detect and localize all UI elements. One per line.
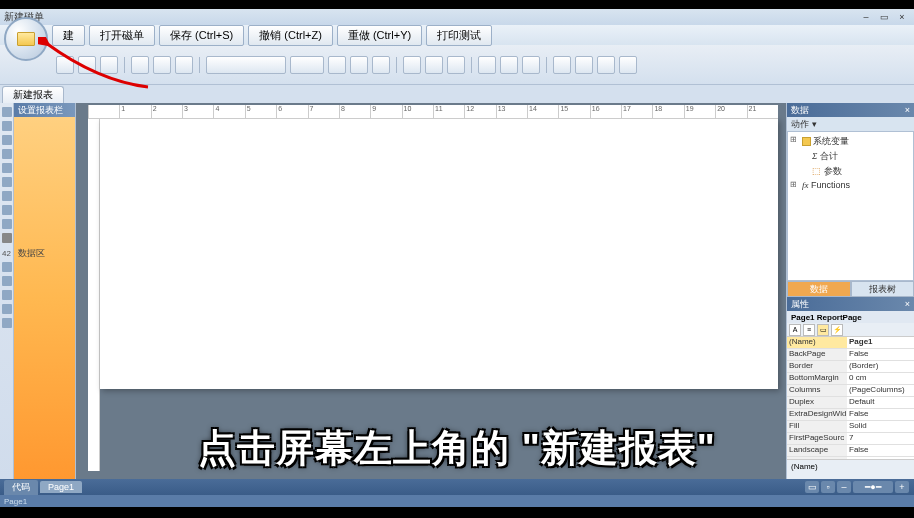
tool-icon[interactable] bbox=[78, 56, 96, 74]
fill-icon[interactable] bbox=[500, 56, 518, 74]
line-icon[interactable] bbox=[2, 149, 12, 159]
sort-cat-icon[interactable]: ≡ bbox=[803, 324, 815, 336]
image-icon[interactable] bbox=[2, 135, 12, 145]
config-panel: 设置报表栏 数据区 bbox=[14, 103, 76, 479]
zoom-out-icon[interactable]: – bbox=[837, 481, 851, 493]
ruler-horizontal: 123456789101112131415161718192021 bbox=[88, 105, 778, 119]
tab-reporttree[interactable]: 报表树 bbox=[851, 281, 915, 297]
prop-row[interactable]: ExtraDesignWidFalse bbox=[787, 409, 914, 421]
tool-icon[interactable] bbox=[597, 56, 615, 74]
align-left-icon[interactable] bbox=[403, 56, 421, 74]
footer-info: Page1 bbox=[0, 495, 914, 507]
tool-icon[interactable] bbox=[56, 56, 74, 74]
folder-icon bbox=[17, 32, 35, 46]
config-panel-header: 设置报表栏 bbox=[14, 103, 75, 117]
bold-icon[interactable] bbox=[328, 56, 346, 74]
underline-icon[interactable] bbox=[372, 56, 390, 74]
tool-icon[interactable] bbox=[2, 233, 12, 243]
tab-page1[interactable]: Page1 bbox=[40, 481, 82, 493]
text-icon[interactable] bbox=[2, 121, 12, 131]
tree-item-totals[interactable]: Σ 合计 bbox=[790, 149, 911, 164]
italic-icon[interactable] bbox=[350, 56, 368, 74]
prop-row[interactable]: BottomMargin0 cm bbox=[787, 373, 914, 385]
props-panel-title: 属性 bbox=[791, 298, 809, 311]
tab-code[interactable]: 代码 bbox=[4, 480, 38, 495]
print-button[interactable]: 打印测试 bbox=[426, 25, 492, 46]
props-grid: (Name)Page1BackPageFalseBorder(Border)Bo… bbox=[787, 337, 914, 459]
table-icon[interactable] bbox=[2, 191, 12, 201]
zoom-fit-icon[interactable]: ▭ bbox=[805, 481, 819, 493]
props-events-icon[interactable]: ⚡ bbox=[831, 324, 843, 336]
config-panel-body[interactable]: 数据区 bbox=[14, 117, 75, 479]
undo-button[interactable]: 撤销 (Ctrl+Z) bbox=[248, 25, 333, 46]
font-select[interactable] bbox=[206, 56, 286, 74]
report-page[interactable] bbox=[100, 119, 778, 389]
tool-icon[interactable] bbox=[2, 262, 12, 272]
align-right-icon[interactable] bbox=[447, 56, 465, 74]
tool-icon[interactable] bbox=[2, 318, 12, 328]
rail-label: 42 bbox=[2, 249, 11, 258]
fontsize-select[interactable] bbox=[290, 56, 324, 74]
action-dropdown[interactable]: 动作 ▾ bbox=[791, 118, 817, 131]
pointer-icon[interactable] bbox=[2, 107, 12, 117]
props-pages-icon[interactable]: ▭ bbox=[817, 324, 829, 336]
tool-icon[interactable] bbox=[153, 56, 171, 74]
tree-item-params[interactable]: ⬚ 参数 bbox=[790, 164, 911, 179]
new-button[interactable]: 建 bbox=[52, 25, 85, 46]
tool-icon[interactable] bbox=[100, 56, 118, 74]
align-center-icon[interactable] bbox=[425, 56, 443, 74]
param-icon: ⬚ bbox=[812, 166, 821, 176]
app-menu-button[interactable] bbox=[4, 17, 48, 61]
tool-icon[interactable] bbox=[575, 56, 593, 74]
close-button[interactable]: × bbox=[894, 10, 910, 24]
color-icon[interactable] bbox=[522, 56, 540, 74]
prop-row[interactable]: FillSolid bbox=[787, 421, 914, 433]
zoom-in-icon[interactable]: + bbox=[895, 481, 909, 493]
zoom-100-icon[interactable]: ▫ bbox=[821, 481, 835, 493]
tool-icon[interactable] bbox=[553, 56, 571, 74]
maximize-button[interactable]: ▭ bbox=[876, 10, 892, 24]
tool-icon[interactable] bbox=[175, 56, 193, 74]
data-panel: 数据 × 动作 ▾ 系统变量 Σ 合计 ⬚ 参数 fx Functions bbox=[787, 103, 914, 281]
close-icon[interactable]: × bbox=[905, 299, 910, 309]
tool-rail: 42 bbox=[0, 103, 14, 479]
save-button[interactable]: 保存 (Ctrl+S) bbox=[159, 25, 244, 46]
barcode-icon[interactable] bbox=[2, 177, 12, 187]
right-panels: 数据 × 动作 ▾ 系统变量 Σ 合计 ⬚ 参数 fx Functions 数据… bbox=[786, 103, 914, 479]
tool-icon[interactable] bbox=[2, 304, 12, 314]
tool-icon[interactable] bbox=[2, 276, 12, 286]
right-tabs: 数据 报表树 bbox=[787, 281, 914, 297]
prop-row[interactable]: BackPageFalse bbox=[787, 349, 914, 361]
checkbox-icon[interactable] bbox=[2, 219, 12, 229]
prop-row[interactable]: FirstPageSourc7 bbox=[787, 433, 914, 445]
prop-row[interactable]: Border(Border) bbox=[787, 361, 914, 373]
props-toolbar: A ≡ ▭ ⚡ bbox=[787, 323, 914, 337]
tab-new-report[interactable]: 新建报表 bbox=[2, 86, 64, 103]
minimize-button[interactable]: – bbox=[858, 10, 874, 24]
data-tree: 系统变量 Σ 合计 ⬚ 参数 fx Functions bbox=[787, 131, 914, 281]
prop-row[interactable]: (Name)Page1 bbox=[787, 337, 914, 349]
redo-button[interactable]: 重做 (Ctrl+Y) bbox=[337, 25, 422, 46]
data-region-label: 数据区 bbox=[18, 247, 45, 260]
prop-row[interactable]: LandscapeFalse bbox=[787, 445, 914, 457]
border-icon[interactable] bbox=[478, 56, 496, 74]
shape-icon[interactable] bbox=[2, 163, 12, 173]
close-icon[interactable]: × bbox=[905, 105, 910, 115]
data-panel-header: 数据 × bbox=[787, 103, 914, 117]
zoom-slider[interactable]: ━●━ bbox=[853, 481, 893, 493]
tree-item-sysvars[interactable]: 系统变量 bbox=[790, 134, 911, 149]
chart-icon[interactable] bbox=[2, 205, 12, 215]
data-toolbar: 动作 ▾ bbox=[787, 117, 914, 131]
prop-row[interactable]: Columns(PageColumns) bbox=[787, 385, 914, 397]
tool-icon[interactable] bbox=[2, 290, 12, 300]
props-object: Page1 ReportPage bbox=[787, 311, 914, 323]
tab-data[interactable]: 数据 bbox=[787, 281, 851, 297]
tool-icon[interactable] bbox=[619, 56, 637, 74]
prop-row[interactable]: DuplexDefault bbox=[787, 397, 914, 409]
sort-az-icon[interactable]: A bbox=[789, 324, 801, 336]
tree-item-functions[interactable]: fx Functions bbox=[790, 179, 911, 191]
open-button[interactable]: 打开磁单 bbox=[89, 25, 155, 46]
statusbar: 代码 Page1 ▭ ▫ – ━●━ + bbox=[0, 479, 914, 495]
tool-icon[interactable] bbox=[131, 56, 149, 74]
props-footer: (Name) bbox=[787, 459, 914, 479]
